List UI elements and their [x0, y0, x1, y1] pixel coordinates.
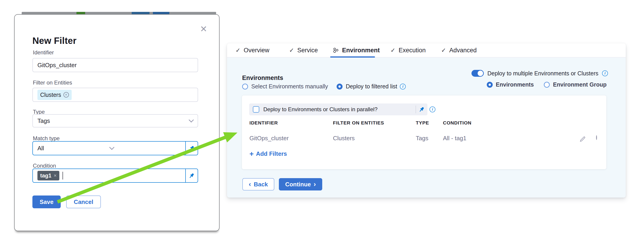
type-select[interactable]: Tags — [32, 114, 198, 127]
tab-overview[interactable]: ✓ Overview — [236, 43, 269, 57]
edit-row-button[interactable] — [579, 136, 586, 142]
remove-chip-icon[interactable]: × — [54, 173, 56, 179]
pin-button[interactable] — [416, 103, 428, 115]
environment-tab-content: Environments Select Environments manuall… — [227, 58, 626, 197]
info-icon[interactable]: i — [430, 106, 436, 112]
radio-selected-icon — [336, 84, 342, 90]
match-type-label: Match type — [33, 135, 60, 142]
info-icon[interactable]: i — [602, 70, 608, 76]
tab-service[interactable]: ✓ Service — [289, 43, 318, 57]
save-button[interactable]: Save — [32, 195, 61, 208]
edit-icon — [579, 136, 586, 142]
radio-icon — [242, 84, 248, 90]
stage-tabbar: ✓ Overview ✓ Service Environment ✓ Execu… — [227, 43, 626, 58]
cell-condition: All - tag1 — [443, 135, 466, 142]
toggle-knob — [478, 71, 483, 76]
parallel-checkbox[interactable] — [253, 106, 259, 113]
tab-advanced[interactable]: ✓ Advanced — [441, 43, 477, 57]
filter-entities-input[interactable]: Clusters × — [32, 88, 198, 102]
clusters-chip[interactable]: Clusters × — [38, 90, 72, 100]
match-type-select[interactable]: All — [32, 141, 198, 155]
col-header-type: TYPE — [416, 120, 429, 126]
match-type-value: All — [38, 145, 44, 152]
radio-deploy-filtered[interactable]: Deploy to filtered list i — [336, 83, 406, 90]
environments-heading: Environments — [242, 75, 283, 82]
radio-icon — [544, 82, 550, 88]
modal-title: New Filter — [32, 36, 76, 46]
pin-button[interactable] — [185, 169, 198, 182]
radio-selected-icon — [487, 82, 493, 88]
chevron-right-icon: › — [314, 181, 316, 187]
check-icon: ✓ — [390, 47, 396, 54]
type-value: Tags — [38, 117, 50, 124]
remove-chip-icon[interactable]: × — [64, 92, 69, 98]
radio-environment-group[interactable]: Environment Group — [544, 81, 606, 88]
pin-icon — [188, 145, 195, 151]
new-filter-modal: New Filter ✕ Identifier GitOps_cluster F… — [14, 14, 220, 231]
pin-icon — [418, 106, 425, 113]
pin-button[interactable] — [185, 142, 198, 155]
check-icon: ✓ — [236, 47, 240, 54]
tag1-chip[interactable]: tag1 × — [38, 171, 59, 180]
condition-label: Condition — [33, 163, 56, 169]
pin-icon — [188, 172, 195, 179]
back-button[interactable]: ‹ Back — [242, 178, 274, 190]
add-filters-link[interactable]: + Add Filters — [250, 150, 287, 157]
minus-circle-icon — [596, 135, 597, 140]
chevron-down-icon — [189, 117, 194, 123]
check-icon: ✓ — [441, 47, 446, 54]
tab-execution[interactable]: ✓ Execution — [390, 43, 426, 57]
pipeline-stage-panel: ✓ Overview ✓ Service Environment ✓ Execu… — [227, 43, 626, 197]
cell-identifier: GitOps_cluster — [250, 135, 289, 142]
text-cursor — [62, 172, 63, 179]
col-header-condition: CONDITION — [443, 120, 472, 126]
radio-select-manually[interactable]: Select Environments manually — [242, 83, 328, 90]
plus-icon: + — [250, 150, 254, 157]
info-icon[interactable]: i — [400, 84, 406, 90]
remove-row-button[interactable] — [596, 136, 603, 142]
multi-env-controls: Deploy to multiple Environments or Clust… — [472, 70, 608, 88]
col-header-filter-on-entities: FILTER ON ENTITIES — [333, 120, 384, 126]
environment-tab-icon — [332, 47, 339, 54]
cell-filter-on-entities: Clusters — [333, 135, 355, 142]
identifier-value: GitOps_cluster — [38, 62, 77, 69]
tab-environment[interactable]: Environment — [332, 43, 380, 57]
cancel-button[interactable]: Cancel — [66, 195, 101, 208]
continue-button[interactable]: Continue › — [279, 178, 322, 190]
filters-card: Deploy to Environments or Clusters in pa… — [242, 95, 606, 169]
multi-env-toggle[interactable] — [472, 70, 484, 77]
filter-entities-label: Filter on Entities — [33, 80, 72, 86]
cell-type: Tags — [416, 135, 428, 142]
col-header-identifier: IDENTIFIER — [250, 120, 278, 126]
identifier-label: Identifier — [33, 49, 54, 56]
environment-mode-radios: Select Environments manually Deploy to f… — [242, 83, 406, 90]
check-icon: ✓ — [289, 47, 294, 54]
condition-input[interactable]: tag1 × — [32, 168, 198, 183]
identifier-input[interactable]: GitOps_cluster — [32, 58, 198, 72]
radio-environments[interactable]: Environments — [487, 81, 534, 88]
parallel-option-strip: Deploy to Environments or Clusters in pa… — [249, 103, 428, 115]
close-icon[interactable]: ✕ — [200, 25, 207, 33]
chevron-left-icon: ‹ — [249, 181, 251, 187]
chevron-down-icon — [109, 145, 114, 150]
